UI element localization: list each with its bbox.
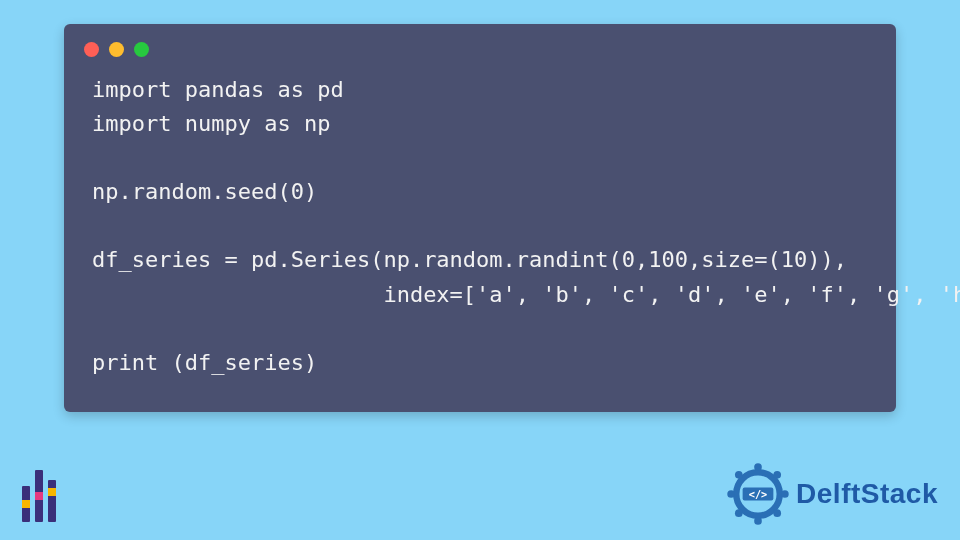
bar-chart-icon bbox=[22, 466, 56, 522]
code-window: import pandas as pd import numpy as np n… bbox=[64, 24, 896, 412]
badge-symbol: </> bbox=[749, 488, 768, 500]
corner-logo bbox=[22, 466, 56, 522]
code-content: import pandas as pd import numpy as np n… bbox=[64, 69, 896, 388]
svg-point-7 bbox=[735, 509, 743, 517]
svg-point-1 bbox=[754, 463, 762, 471]
brand-footer: </> DelftStack bbox=[726, 462, 938, 526]
window-controls bbox=[64, 24, 896, 69]
svg-point-2 bbox=[754, 517, 762, 525]
minimize-icon[interactable] bbox=[109, 42, 124, 57]
svg-point-8 bbox=[773, 509, 781, 517]
delftstack-badge-icon: </> bbox=[726, 462, 790, 526]
svg-point-3 bbox=[727, 490, 735, 498]
svg-point-4 bbox=[781, 490, 789, 498]
maximize-icon[interactable] bbox=[134, 42, 149, 57]
close-icon[interactable] bbox=[84, 42, 99, 57]
brand-name: DelftStack bbox=[796, 478, 938, 510]
svg-point-5 bbox=[735, 471, 743, 479]
svg-point-6 bbox=[773, 471, 781, 479]
